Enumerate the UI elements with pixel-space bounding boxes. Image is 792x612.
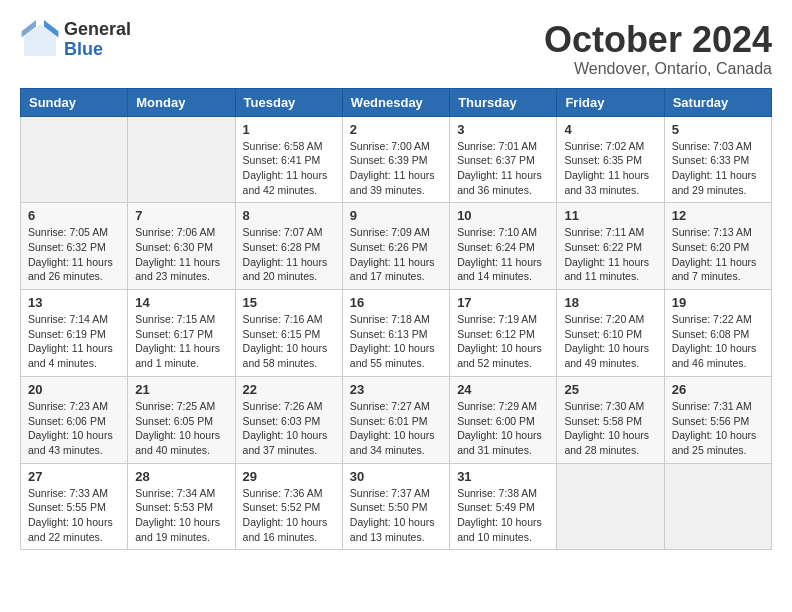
- day-info: Sunrise: 7:30 AMSunset: 5:58 PMDaylight:…: [564, 399, 656, 458]
- day-info: Sunrise: 7:27 AMSunset: 6:01 PMDaylight:…: [350, 399, 442, 458]
- calendar-cell: 29Sunrise: 7:36 AMSunset: 5:52 PMDayligh…: [235, 463, 342, 550]
- title-block: October 2024 Wendover, Ontario, Canada: [544, 20, 772, 78]
- day-info: Sunrise: 7:00 AMSunset: 6:39 PMDaylight:…: [350, 139, 442, 198]
- calendar-cell: 25Sunrise: 7:30 AMSunset: 5:58 PMDayligh…: [557, 376, 664, 463]
- calendar-cell: 24Sunrise: 7:29 AMSunset: 6:00 PMDayligh…: [450, 376, 557, 463]
- day-header-tuesday: Tuesday: [235, 88, 342, 116]
- day-header-monday: Monday: [128, 88, 235, 116]
- day-info: Sunrise: 7:33 AMSunset: 5:55 PMDaylight:…: [28, 486, 120, 545]
- day-info: Sunrise: 7:38 AMSunset: 5:49 PMDaylight:…: [457, 486, 549, 545]
- day-info: Sunrise: 7:02 AMSunset: 6:35 PMDaylight:…: [564, 139, 656, 198]
- calendar-cell: 18Sunrise: 7:20 AMSunset: 6:10 PMDayligh…: [557, 290, 664, 377]
- calendar-cell: 23Sunrise: 7:27 AMSunset: 6:01 PMDayligh…: [342, 376, 449, 463]
- day-number: 20: [28, 382, 120, 397]
- calendar-cell: 6Sunrise: 7:05 AMSunset: 6:32 PMDaylight…: [21, 203, 128, 290]
- day-number: 7: [135, 208, 227, 223]
- calendar-cell: 31Sunrise: 7:38 AMSunset: 5:49 PMDayligh…: [450, 463, 557, 550]
- day-info: Sunrise: 7:34 AMSunset: 5:53 PMDaylight:…: [135, 486, 227, 545]
- day-info: Sunrise: 7:18 AMSunset: 6:13 PMDaylight:…: [350, 312, 442, 371]
- day-number: 8: [243, 208, 335, 223]
- day-number: 27: [28, 469, 120, 484]
- calendar-week-1: 1Sunrise: 6:58 AMSunset: 6:41 PMDaylight…: [21, 116, 772, 203]
- day-number: 15: [243, 295, 335, 310]
- day-info: Sunrise: 7:25 AMSunset: 6:05 PMDaylight:…: [135, 399, 227, 458]
- day-info: Sunrise: 7:31 AMSunset: 5:56 PMDaylight:…: [672, 399, 764, 458]
- logo-blue-text: Blue: [64, 40, 131, 60]
- day-info: Sunrise: 7:16 AMSunset: 6:15 PMDaylight:…: [243, 312, 335, 371]
- day-number: 6: [28, 208, 120, 223]
- calendar-week-4: 20Sunrise: 7:23 AMSunset: 6:06 PMDayligh…: [21, 376, 772, 463]
- calendar-cell: 14Sunrise: 7:15 AMSunset: 6:17 PMDayligh…: [128, 290, 235, 377]
- calendar-cell: 21Sunrise: 7:25 AMSunset: 6:05 PMDayligh…: [128, 376, 235, 463]
- day-header-wednesday: Wednesday: [342, 88, 449, 116]
- day-number: 30: [350, 469, 442, 484]
- calendar-cell: 15Sunrise: 7:16 AMSunset: 6:15 PMDayligh…: [235, 290, 342, 377]
- day-number: 4: [564, 122, 656, 137]
- calendar-cell: 10Sunrise: 7:10 AMSunset: 6:24 PMDayligh…: [450, 203, 557, 290]
- calendar-cell: [128, 116, 235, 203]
- logo: General Blue: [20, 20, 131, 60]
- calendar-cell: 2Sunrise: 7:00 AMSunset: 6:39 PMDaylight…: [342, 116, 449, 203]
- calendar-cell: 19Sunrise: 7:22 AMSunset: 6:08 PMDayligh…: [664, 290, 771, 377]
- calendar-cell: 4Sunrise: 7:02 AMSunset: 6:35 PMDaylight…: [557, 116, 664, 203]
- calendar-cell: 17Sunrise: 7:19 AMSunset: 6:12 PMDayligh…: [450, 290, 557, 377]
- day-info: Sunrise: 7:11 AMSunset: 6:22 PMDaylight:…: [564, 225, 656, 284]
- day-info: Sunrise: 7:19 AMSunset: 6:12 PMDaylight:…: [457, 312, 549, 371]
- calendar-cell: 5Sunrise: 7:03 AMSunset: 6:33 PMDaylight…: [664, 116, 771, 203]
- day-number: 2: [350, 122, 442, 137]
- calendar-cell: 11Sunrise: 7:11 AMSunset: 6:22 PMDayligh…: [557, 203, 664, 290]
- day-info: Sunrise: 7:09 AMSunset: 6:26 PMDaylight:…: [350, 225, 442, 284]
- calendar-cell: 16Sunrise: 7:18 AMSunset: 6:13 PMDayligh…: [342, 290, 449, 377]
- day-number: 12: [672, 208, 764, 223]
- day-number: 19: [672, 295, 764, 310]
- calendar-cell: 22Sunrise: 7:26 AMSunset: 6:03 PMDayligh…: [235, 376, 342, 463]
- day-info: Sunrise: 7:03 AMSunset: 6:33 PMDaylight:…: [672, 139, 764, 198]
- day-number: 5: [672, 122, 764, 137]
- calendar-cell: 12Sunrise: 7:13 AMSunset: 6:20 PMDayligh…: [664, 203, 771, 290]
- day-header-friday: Friday: [557, 88, 664, 116]
- calendar-cell: 28Sunrise: 7:34 AMSunset: 5:53 PMDayligh…: [128, 463, 235, 550]
- day-info: Sunrise: 7:13 AMSunset: 6:20 PMDaylight:…: [672, 225, 764, 284]
- day-info: Sunrise: 7:37 AMSunset: 5:50 PMDaylight:…: [350, 486, 442, 545]
- month-title: October 2024: [544, 20, 772, 60]
- calendar-week-3: 13Sunrise: 7:14 AMSunset: 6:19 PMDayligh…: [21, 290, 772, 377]
- day-info: Sunrise: 6:58 AMSunset: 6:41 PMDaylight:…: [243, 139, 335, 198]
- calendar-cell: [664, 463, 771, 550]
- day-number: 18: [564, 295, 656, 310]
- day-number: 25: [564, 382, 656, 397]
- location: Wendover, Ontario, Canada: [544, 60, 772, 78]
- day-info: Sunrise: 7:05 AMSunset: 6:32 PMDaylight:…: [28, 225, 120, 284]
- calendar-cell: 3Sunrise: 7:01 AMSunset: 6:37 PMDaylight…: [450, 116, 557, 203]
- day-info: Sunrise: 7:22 AMSunset: 6:08 PMDaylight:…: [672, 312, 764, 371]
- calendar-cell: 13Sunrise: 7:14 AMSunset: 6:19 PMDayligh…: [21, 290, 128, 377]
- calendar-week-2: 6Sunrise: 7:05 AMSunset: 6:32 PMDaylight…: [21, 203, 772, 290]
- day-number: 16: [350, 295, 442, 310]
- day-info: Sunrise: 7:10 AMSunset: 6:24 PMDaylight:…: [457, 225, 549, 284]
- calendar-cell: 1Sunrise: 6:58 AMSunset: 6:41 PMDaylight…: [235, 116, 342, 203]
- day-number: 1: [243, 122, 335, 137]
- day-number: 23: [350, 382, 442, 397]
- day-number: 11: [564, 208, 656, 223]
- calendar-table: SundayMondayTuesdayWednesdayThursdayFrid…: [20, 88, 772, 551]
- day-info: Sunrise: 7:36 AMSunset: 5:52 PMDaylight:…: [243, 486, 335, 545]
- calendar-cell: 26Sunrise: 7:31 AMSunset: 5:56 PMDayligh…: [664, 376, 771, 463]
- day-info: Sunrise: 7:06 AMSunset: 6:30 PMDaylight:…: [135, 225, 227, 284]
- day-header-sunday: Sunday: [21, 88, 128, 116]
- day-info: Sunrise: 7:20 AMSunset: 6:10 PMDaylight:…: [564, 312, 656, 371]
- day-number: 14: [135, 295, 227, 310]
- day-number: 29: [243, 469, 335, 484]
- day-info: Sunrise: 7:26 AMSunset: 6:03 PMDaylight:…: [243, 399, 335, 458]
- logo-text: General Blue: [64, 20, 131, 60]
- day-number: 22: [243, 382, 335, 397]
- day-number: 17: [457, 295, 549, 310]
- day-number: 31: [457, 469, 549, 484]
- page-header: General Blue October 2024 Wendover, Onta…: [20, 20, 772, 78]
- calendar-cell: 9Sunrise: 7:09 AMSunset: 6:26 PMDaylight…: [342, 203, 449, 290]
- day-header-thursday: Thursday: [450, 88, 557, 116]
- day-info: Sunrise: 7:01 AMSunset: 6:37 PMDaylight:…: [457, 139, 549, 198]
- day-header-saturday: Saturday: [664, 88, 771, 116]
- day-number: 24: [457, 382, 549, 397]
- calendar-cell: 8Sunrise: 7:07 AMSunset: 6:28 PMDaylight…: [235, 203, 342, 290]
- calendar-cell: 20Sunrise: 7:23 AMSunset: 6:06 PMDayligh…: [21, 376, 128, 463]
- day-number: 21: [135, 382, 227, 397]
